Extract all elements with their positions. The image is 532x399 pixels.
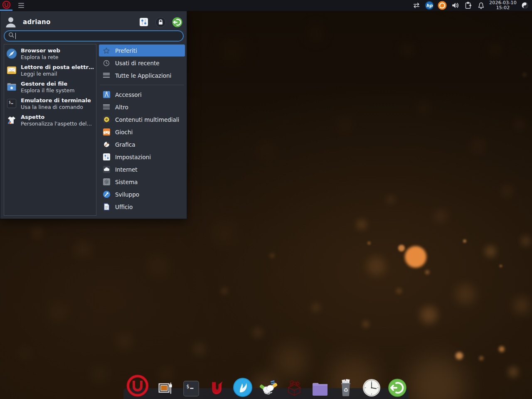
section-label: Preferiti bbox=[115, 47, 137, 54]
dock-uget[interactable] bbox=[207, 377, 227, 397]
favorite-text: Aspetto Personalizza l'aspetto del… bbox=[21, 114, 92, 127]
category-graphics[interactable]: Grafica bbox=[99, 138, 185, 150]
star-icon bbox=[102, 47, 111, 55]
category-label: Ufficio bbox=[115, 204, 133, 210]
mail-reader-icon bbox=[6, 65, 17, 76]
application-menu: adriano bbox=[0, 11, 187, 219]
category-system[interactable]: Sistema bbox=[99, 176, 185, 188]
volume-icon[interactable] bbox=[451, 1, 460, 10]
clock-datetime[interactable]: 2026-03-10 15:02 bbox=[489, 0, 517, 10]
dock-toolbox-app[interactable] bbox=[285, 377, 304, 397]
category-games[interactable]: Giochi bbox=[99, 126, 185, 138]
dock-handshake-app[interactable] bbox=[259, 377, 278, 397]
dock-file-manager[interactable] bbox=[310, 377, 330, 397]
appearance-icon bbox=[6, 115, 17, 126]
desktop-menu-icon[interactable] bbox=[18, 3, 24, 8]
category-label: Accessori bbox=[115, 91, 142, 98]
category-settings[interactable]: Impostazioni bbox=[99, 151, 185, 163]
user-avatar-icon bbox=[5, 16, 17, 28]
office-icon bbox=[102, 203, 111, 211]
layout-arrows-icon[interactable] bbox=[412, 1, 421, 10]
text-caret bbox=[15, 33, 16, 39]
category-label: Sistema bbox=[115, 179, 138, 185]
category-other[interactable]: Altro bbox=[99, 101, 185, 113]
favorite-item-terminal[interactable]: $ Emulatore di terminale Usa la linea di… bbox=[4, 95, 96, 112]
leave-button[interactable] bbox=[172, 17, 182, 27]
search-icon bbox=[8, 32, 15, 40]
svg-text:♻: ♻ bbox=[343, 387, 348, 393]
svg-text:$: $ bbox=[186, 384, 189, 389]
section-all-applications[interactable]: Tutte le Applicazioni bbox=[99, 69, 185, 81]
svg-text:hp: hp bbox=[426, 3, 433, 8]
multimedia-icon bbox=[102, 116, 111, 124]
time-text: 15:02 bbox=[489, 5, 517, 10]
dock-ufficiozero-launcher[interactable] bbox=[126, 377, 149, 397]
games-icon bbox=[102, 128, 111, 136]
clock-history-icon bbox=[102, 59, 111, 67]
category-label: Impostazioni bbox=[115, 154, 151, 160]
yin-yang-icon[interactable] bbox=[520, 1, 530, 10]
dock-terminal[interactable]: $ bbox=[182, 377, 201, 397]
notifications-bell-icon[interactable] bbox=[476, 1, 485, 10]
category-label: Internet bbox=[115, 166, 138, 173]
active-indicator bbox=[0, 10, 12, 11]
section-favorites[interactable]: Preferiti bbox=[99, 44, 185, 57]
categories-list: Preferiti Usati di recente Tutte le Appl… bbox=[99, 44, 185, 213]
separator bbox=[100, 85, 184, 85]
category-office[interactable]: Ufficio bbox=[99, 201, 185, 213]
favorite-text: Gestore dei file Esplora il file system bbox=[21, 81, 74, 94]
app-menu-button[interactable] bbox=[0, 0, 12, 11]
dock-clock[interactable] bbox=[362, 377, 381, 397]
system-icon bbox=[102, 178, 111, 186]
app-list-icon bbox=[102, 71, 111, 80]
desktop: hp bbox=[0, 0, 532, 399]
category-development[interactable]: Sviluppo bbox=[99, 188, 185, 200]
favorite-text: Browser web Esplora la rete bbox=[21, 47, 60, 60]
updater-icon[interactable] bbox=[438, 1, 447, 10]
section-label: Tutte le Applicazioni bbox=[115, 72, 171, 79]
dock-appearance-config[interactable] bbox=[156, 377, 175, 397]
ufficiozero-logo-icon bbox=[2, 0, 11, 10]
favorite-text: Lettore di posta elettr… Leggi le email bbox=[21, 64, 94, 77]
file-manager-icon bbox=[6, 81, 17, 92]
category-label: Giochi bbox=[115, 129, 133, 135]
search-box[interactable] bbox=[4, 30, 184, 42]
section-label: Usati di recente bbox=[115, 60, 160, 66]
favorite-item-mail-reader[interactable]: Lettore di posta elettr… Leggi le email bbox=[4, 62, 96, 79]
category-label: Altro bbox=[115, 104, 128, 111]
settings-button[interactable] bbox=[138, 17, 149, 27]
category-label: Sviluppo bbox=[115, 191, 139, 198]
section-recently-used[interactable]: Usati di recente bbox=[99, 57, 185, 69]
dock: $ bbox=[126, 377, 407, 397]
menu-header: adriano bbox=[5, 15, 182, 30]
internet-icon bbox=[102, 165, 111, 174]
settings-category-icon bbox=[102, 153, 111, 161]
category-label: Grafica bbox=[115, 141, 135, 148]
clipboard-icon[interactable] bbox=[463, 1, 473, 10]
user-name: adriano bbox=[23, 18, 51, 26]
category-accessories[interactable]: Accessori bbox=[99, 89, 185, 101]
favorite-text: Emulatore di terminale Usa la linea di c… bbox=[21, 97, 91, 110]
development-icon bbox=[102, 190, 111, 199]
graphics-icon bbox=[102, 140, 111, 149]
hp-device-icon[interactable]: hp bbox=[425, 1, 434, 10]
search-input[interactable] bbox=[18, 33, 179, 39]
dock-librewolf[interactable] bbox=[233, 377, 252, 397]
category-label: Contenuti multimediali bbox=[115, 116, 179, 123]
top-panel: hp bbox=[0, 0, 532, 11]
favorite-item-file-manager[interactable]: Gestore dei file Esplora il file system bbox=[4, 79, 96, 95]
web-browser-icon bbox=[6, 48, 17, 59]
svg-text:$: $ bbox=[9, 101, 11, 104]
other-icon bbox=[102, 103, 111, 111]
category-multimedia[interactable]: Contenuti multimediali bbox=[99, 113, 185, 126]
dock-trash[interactable]: ♻ bbox=[336, 377, 355, 397]
favorites-list: Browser web Esplora la rete Lettore di p… bbox=[4, 44, 96, 216]
category-internet[interactable]: Internet bbox=[99, 163, 185, 175]
favorite-item-appearance[interactable]: Aspetto Personalizza l'aspetto del… bbox=[4, 112, 96, 128]
terminal-icon: $ bbox=[6, 98, 17, 109]
accessories-icon bbox=[102, 91, 111, 99]
favorite-item-web-browser[interactable]: Browser web Esplora la rete bbox=[4, 45, 96, 62]
lock-screen-button[interactable] bbox=[155, 17, 166, 27]
dock-logout[interactable] bbox=[388, 377, 407, 397]
